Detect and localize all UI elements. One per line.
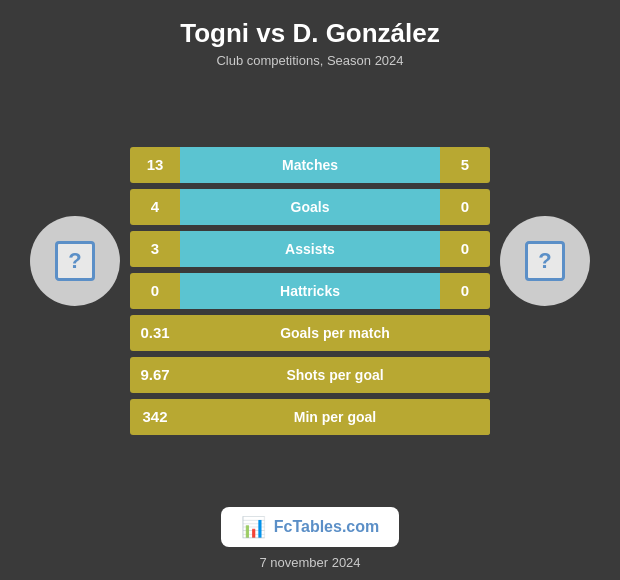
stat-label: Hattricks <box>280 283 340 299</box>
stat-row: 0.31Goals per match <box>130 315 490 351</box>
content-area: ? 13Matches54Goals03Assists00Hattricks00… <box>0 84 620 497</box>
logo-suffix: Tables.com <box>292 518 379 535</box>
stat-right-value: 5 <box>440 156 490 173</box>
stat-left-value: 342 <box>130 408 180 425</box>
stat-bar-area: Hattricks <box>180 273 440 309</box>
stat-left-value: 3 <box>130 240 180 257</box>
chart-icon: 📊 <box>241 515 266 539</box>
footer: 📊 FcTables.com 7 november 2024 <box>211 497 410 580</box>
stat-left-value: 9.67 <box>130 366 180 383</box>
player-avatar-left: ? <box>30 216 120 306</box>
subtitle: Club competitions, Season 2024 <box>180 53 440 68</box>
stat-label: Goals per match <box>280 325 390 341</box>
stat-label: Goals <box>291 199 330 215</box>
stat-row: 9.67Shots per goal <box>130 357 490 393</box>
player-avatar-right: ? <box>500 216 590 306</box>
stat-row: 0Hattricks0 <box>130 273 490 309</box>
stat-label: Assists <box>285 241 335 257</box>
stat-bar-area: Matches <box>180 147 440 183</box>
page-title: Togni vs D. González <box>180 18 440 49</box>
stat-row: 3Assists0 <box>130 231 490 267</box>
stat-label: Shots per goal <box>286 367 383 383</box>
footer-logo: 📊 FcTables.com <box>221 507 400 547</box>
stat-bar-area: Goals per match <box>180 315 490 351</box>
logo-text: FcTables.com <box>274 518 380 536</box>
stat-right-value: 0 <box>440 198 490 215</box>
footer-date: 7 november 2024 <box>221 555 400 570</box>
stat-left-value: 0.31 <box>130 324 180 341</box>
stat-label: Min per goal <box>294 409 376 425</box>
header: Togni vs D. González Club competitions, … <box>170 0 450 74</box>
logo-prefix: Fc <box>274 518 293 535</box>
stat-left-value: 0 <box>130 282 180 299</box>
stat-row: 13Matches5 <box>130 147 490 183</box>
stat-row: 4Goals0 <box>130 189 490 225</box>
stat-left-value: 13 <box>130 156 180 173</box>
stats-container: 13Matches54Goals03Assists00Hattricks00.3… <box>130 147 490 435</box>
stat-bar-area: Assists <box>180 231 440 267</box>
stat-bar-area: Goals <box>180 189 440 225</box>
stat-row: 342Min per goal <box>130 399 490 435</box>
stat-bar-area: Shots per goal <box>180 357 490 393</box>
stat-left-value: 4 <box>130 198 180 215</box>
stat-label: Matches <box>282 157 338 173</box>
avatar-placeholder-left: ? <box>55 241 95 281</box>
stat-right-value: 0 <box>440 240 490 257</box>
stat-bar-area: Min per goal <box>180 399 490 435</box>
avatar-placeholder-right: ? <box>525 241 565 281</box>
stat-right-value: 0 <box>440 282 490 299</box>
